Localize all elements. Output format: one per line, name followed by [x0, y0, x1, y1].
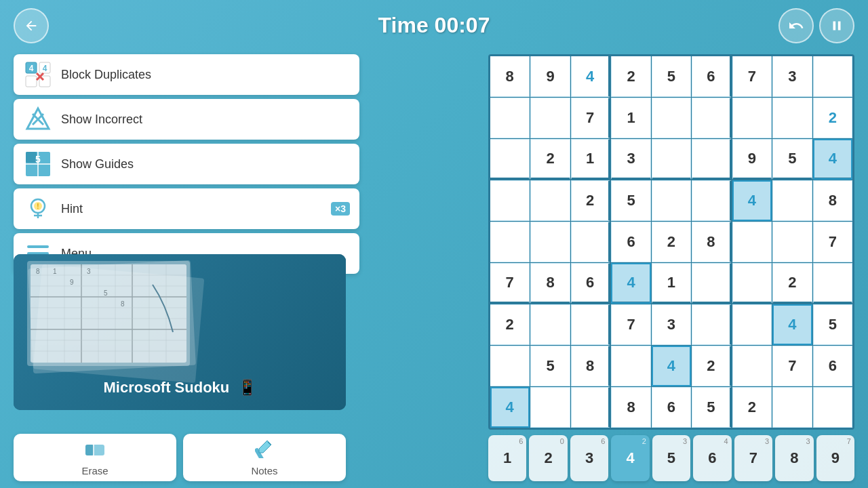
sudoku-cell[interactable]: 7	[813, 222, 852, 262]
sudoku-cell[interactable]: 6	[692, 56, 731, 97]
sudoku-cell[interactable]	[732, 222, 772, 262]
number-picker-btn-9[interactable]: 79	[816, 435, 854, 481]
svg-rect-48	[85, 445, 94, 455]
sudoku-cell[interactable]: 6	[571, 263, 610, 304]
sudoku-cell[interactable]	[571, 387, 610, 428]
number-picker-btn-1[interactable]: 61	[488, 435, 526, 481]
block-duplicates-button[interactable]: 4 4 Block Duplicates	[14, 54, 359, 95]
sudoku-cell[interactable]: 3	[611, 139, 650, 180]
sudoku-cell[interactable]	[530, 98, 570, 138]
sudoku-cell[interactable]: 2	[772, 263, 812, 304]
number-picker-btn-3[interactable]: 63	[570, 435, 608, 481]
sudoku-cell[interactable]	[772, 387, 812, 428]
sudoku-cell[interactable]	[813, 263, 852, 304]
show-guides-button[interactable]: 5 Show Guides	[14, 144, 359, 184]
number-picker-btn-4[interactable]: 24	[611, 435, 649, 481]
sudoku-cell[interactable]: 6	[611, 222, 650, 262]
sudoku-cell[interactable]	[692, 263, 731, 304]
sudoku-cell[interactable]: 2	[732, 387, 772, 428]
sudoku-cell[interactable]: 5	[530, 346, 570, 386]
sudoku-cell[interactable]: 8	[571, 346, 610, 386]
sudoku-cell[interactable]	[490, 98, 530, 138]
sudoku-cell[interactable]: 1	[571, 139, 610, 180]
sudoku-cell[interactable]	[611, 346, 650, 386]
sudoku-cell[interactable]	[772, 98, 812, 138]
sudoku-cell[interactable]	[490, 222, 530, 262]
sudoku-cell[interactable]: 7	[732, 56, 772, 97]
sudoku-cell[interactable]	[692, 139, 731, 180]
sudoku-cell[interactable]: 5	[652, 56, 691, 97]
svg-text:4: 4	[43, 64, 47, 73]
sudoku-cell[interactable]	[530, 304, 570, 345]
sudoku-cell[interactable]: 6	[652, 387, 691, 428]
sudoku-cell[interactable]	[530, 222, 570, 262]
sudoku-cell[interactable]: 5	[611, 180, 650, 221]
number-picker-btn-7[interactable]: 37	[734, 435, 772, 481]
sudoku-cell[interactable]	[652, 98, 691, 138]
sudoku-cell[interactable]	[571, 222, 610, 262]
sudoku-cell[interactable]: 8	[490, 56, 530, 97]
number-picker-btn-5[interactable]: 35	[652, 435, 690, 481]
sudoku-cell[interactable]: 5	[813, 304, 852, 345]
sudoku-cell[interactable]	[490, 139, 530, 180]
sudoku-cell[interactable]: 4	[652, 346, 691, 386]
sudoku-cell[interactable]: 4	[571, 56, 610, 97]
sudoku-cell[interactable]: 4	[772, 304, 812, 345]
number-picker-btn-6[interactable]: 46	[693, 435, 731, 481]
sudoku-cell[interactable]: 2	[490, 304, 530, 345]
sudoku-cell[interactable]: 2	[530, 139, 570, 180]
sudoku-cell[interactable]	[571, 304, 610, 345]
sudoku-cell[interactable]: 1	[652, 263, 691, 304]
sudoku-cell[interactable]	[732, 263, 772, 304]
sudoku-cell[interactable]	[772, 222, 812, 262]
sudoku-cell[interactable]: 7	[611, 304, 650, 345]
sudoku-cell[interactable]: 7	[571, 98, 610, 138]
sudoku-cell[interactable]: 4	[813, 139, 852, 180]
sudoku-cell[interactable]	[530, 387, 570, 428]
sudoku-cell[interactable]	[652, 139, 691, 180]
sudoku-cell[interactable]: 5	[772, 139, 812, 180]
sudoku-cell[interactable]	[813, 56, 852, 97]
sudoku-cell[interactable]: 4	[611, 263, 650, 304]
sudoku-cell[interactable]: 8	[611, 387, 650, 428]
sudoku-cell[interactable]: 2	[813, 98, 852, 138]
sudoku-cell[interactable]	[813, 387, 852, 428]
sudoku-cell[interactable]	[732, 304, 772, 345]
sudoku-cell[interactable]: 2	[611, 56, 650, 97]
hint-button[interactable]: ! Hint ×3	[14, 188, 359, 229]
number-label: 9	[831, 449, 840, 467]
number-picker-btn-2[interactable]: 02	[529, 435, 567, 481]
notes-button[interactable]: Notes	[183, 434, 346, 481]
sudoku-cell[interactable]: 1	[611, 98, 650, 138]
sudoku-cell[interactable]: 6	[813, 346, 852, 386]
sudoku-cell[interactable]	[732, 346, 772, 386]
sudoku-cell[interactable]: 4	[732, 180, 772, 221]
sudoku-cell[interactable]	[490, 180, 530, 221]
sudoku-cell[interactable]	[652, 180, 691, 221]
sudoku-cell[interactable]: 8	[813, 180, 852, 221]
show-incorrect-button[interactable]: Show Incorrect	[14, 99, 359, 140]
sudoku-cell[interactable]: 8	[530, 263, 570, 304]
sudoku-cell[interactable]	[732, 98, 772, 138]
sudoku-cell[interactable]	[490, 346, 530, 386]
sudoku-cell[interactable]: 7	[772, 346, 812, 386]
sudoku-cell[interactable]: 2	[652, 222, 691, 262]
sudoku-cell[interactable]: 2	[692, 346, 731, 386]
svg-rect-2	[26, 76, 37, 87]
sudoku-cell[interactable]: 9	[732, 139, 772, 180]
sudoku-cell[interactable]	[692, 304, 731, 345]
sudoku-cell[interactable]: 3	[772, 56, 812, 97]
sudoku-cell[interactable]	[772, 180, 812, 221]
sudoku-cell[interactable]	[692, 98, 731, 138]
sudoku-cell[interactable]	[692, 180, 731, 221]
sudoku-cell[interactable]: 7	[490, 263, 530, 304]
sudoku-cell[interactable]: 2	[571, 180, 610, 221]
erase-button[interactable]: Erase	[14, 434, 176, 481]
sudoku-cell[interactable]: 4	[490, 387, 530, 428]
number-picker-btn-8[interactable]: 38	[775, 435, 813, 481]
sudoku-cell[interactable]: 5	[692, 387, 731, 428]
sudoku-cell[interactable]	[530, 180, 570, 221]
sudoku-cell[interactable]: 9	[530, 56, 570, 97]
sudoku-cell[interactable]: 8	[692, 222, 731, 262]
sudoku-cell[interactable]: 3	[652, 304, 691, 345]
